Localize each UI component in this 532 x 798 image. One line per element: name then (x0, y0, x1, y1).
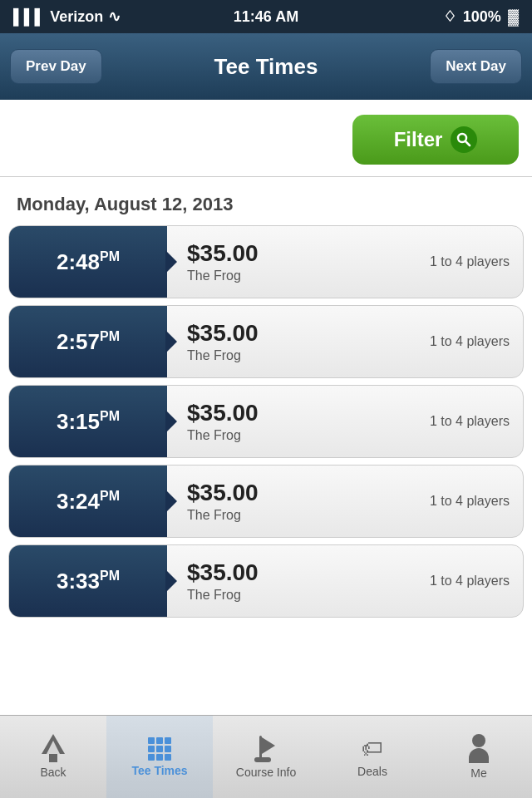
tee-details: $35.00 The Frog (167, 226, 430, 298)
battery-icon: ▓ (508, 8, 519, 26)
tee-course: The Frog (187, 428, 421, 443)
nav-bar: Prev Day Tee Times Next Day (0, 33, 532, 100)
tee-players: 1 to 4 players (430, 466, 523, 537)
page-title: Tee Times (214, 54, 318, 80)
tab-course-info[interactable]: Course Info (213, 716, 319, 798)
next-day-button[interactable]: Next Day (430, 49, 522, 84)
filter-bar: Filter (0, 100, 532, 177)
tee-time-box: 3:15PM (9, 386, 167, 457)
tee-details: $35.00 The Frog (167, 306, 430, 377)
carrier-label: Verizon (50, 8, 103, 26)
battery-label: 100% (463, 8, 501, 26)
wifi-icon: ∿ (108, 7, 121, 26)
filter-button[interactable]: Filter (352, 115, 519, 165)
svg-line-1 (466, 141, 470, 145)
tab-course-info-label: Course Info (236, 766, 296, 779)
tee-time-value: 2:57PM (57, 329, 120, 355)
tee-time-value: 3:15PM (57, 409, 120, 435)
tee-time-value: 2:48PM (57, 249, 120, 275)
tee-players: 1 to 4 players (430, 545, 523, 617)
tee-details: $35.00 The Frog (167, 386, 430, 457)
prev-day-button[interactable]: Prev Day (10, 49, 102, 84)
tee-time-value: 3:33PM (57, 569, 120, 594)
tee-price: $35.00 (187, 480, 421, 506)
grid-icon (148, 737, 171, 761)
tee-time-box: 2:57PM (9, 306, 167, 377)
tab-me-label: Me (470, 766, 486, 780)
flag-icon (254, 736, 278, 762)
search-icon (451, 126, 477, 153)
tee-time-item[interactable]: 3:33PM $35.00 The Frog 1 to 4 players (8, 544, 524, 618)
signal-icon: ▌▌▌ (13, 8, 45, 26)
tee-details: $35.00 The Frog (167, 466, 430, 537)
tab-deals-label: Deals (357, 765, 387, 778)
tee-price: $35.00 (187, 400, 421, 426)
bluetooth-icon: ♢ (443, 7, 456, 26)
tee-course: The Frog (187, 348, 421, 363)
tee-time-box: 3:33PM (9, 545, 167, 617)
tab-back-label: Back (40, 766, 66, 779)
tab-me[interactable]: Me (426, 716, 532, 798)
tee-time-box: 3:24PM (9, 466, 167, 537)
tee-price: $35.00 (187, 559, 421, 586)
tag-icon: 🏷 (362, 736, 383, 761)
date-header: Monday, August 12, 2013 (0, 177, 532, 225)
tee-course: The Frog (187, 588, 421, 603)
tee-details: $35.00 The Frog (167, 545, 430, 617)
tab-deals[interactable]: 🏷 Deals (319, 716, 426, 798)
tee-time-box: 2:48PM (9, 226, 167, 298)
tee-players: 1 to 4 players (430, 306, 523, 377)
tee-price: $35.00 (187, 320, 421, 347)
tee-price: $35.00 (187, 240, 421, 267)
filter-label: Filter (394, 128, 443, 151)
tab-tee-times[interactable]: Tee Times (106, 716, 213, 798)
tee-time-item[interactable]: 2:57PM $35.00 The Frog 1 to 4 players (8, 305, 524, 378)
status-right: ♢ 100% ▓ (443, 7, 519, 26)
tee-time-item[interactable]: 2:48PM $35.00 The Frog 1 to 4 players (8, 225, 524, 298)
tee-course: The Frog (187, 268, 421, 283)
status-time: 11:46 AM (234, 8, 298, 26)
back-icon (42, 736, 65, 762)
tee-players: 1 to 4 players (430, 386, 523, 457)
status-left: ▌▌▌ Verizon ∿ (13, 7, 121, 26)
tee-players: 1 to 4 players (430, 226, 523, 298)
tee-time-item[interactable]: 3:15PM $35.00 The Frog 1 to 4 players (8, 385, 524, 458)
tee-time-item[interactable]: 3:24PM $35.00 The Frog 1 to 4 players (8, 465, 524, 538)
status-bar: ▌▌▌ Verizon ∿ 11:46 AM ♢ 100% ▓ (0, 0, 532, 33)
tee-time-list: 2:48PM $35.00 The Frog 1 to 4 players 2:… (0, 225, 532, 618)
person-icon (469, 734, 489, 763)
tab-bar: Back Tee Times Course Info 🏷 Deals Me (0, 715, 532, 798)
tee-time-value: 3:24PM (57, 489, 120, 515)
tab-tee-times-label: Tee Times (131, 764, 187, 777)
tee-course: The Frog (187, 508, 421, 523)
tab-back[interactable]: Back (0, 716, 106, 798)
